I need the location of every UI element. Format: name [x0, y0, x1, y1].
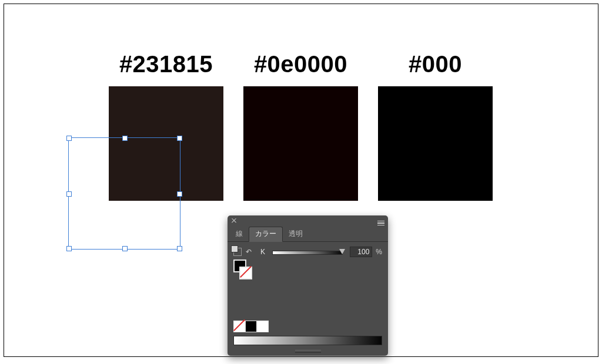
- tab-transparency[interactable]: 透明: [283, 227, 309, 241]
- k-slider-thumb[interactable]: [339, 249, 345, 254]
- fill-stroke-swap-icon[interactable]: [233, 248, 242, 256]
- swatch-2[interactable]: [243, 86, 358, 201]
- swatch-label-3: #000: [378, 51, 493, 77]
- k-slider[interactable]: [272, 248, 343, 255]
- k-channel-label: K: [260, 248, 265, 256]
- panel-tabs: 線 カラー 透明: [228, 228, 388, 242]
- k-slider-track: [272, 251, 343, 255]
- k-unit-label: %: [376, 248, 382, 256]
- panel-resize-handle[interactable]: [228, 350, 388, 356]
- handle-tl[interactable]: [66, 136, 72, 141]
- color-panel: 線 カラー 透明 ↶ K 100 %: [228, 215, 388, 356]
- selection-box[interactable]: [68, 137, 180, 250]
- panel-menu-icon[interactable]: [377, 221, 384, 226]
- mini-none-chip[interactable]: [233, 321, 245, 332]
- canvas-stage: #231815 #0e0000 #000 線 カラー 透明 ↶ K: [4, 4, 598, 357]
- stroke-chip-none[interactable]: [239, 267, 252, 279]
- mini-black-chip[interactable]: [245, 321, 257, 332]
- tab-color[interactable]: カラー: [249, 227, 283, 242]
- k-value-input[interactable]: 100: [350, 247, 372, 257]
- mini-white-chip[interactable]: [257, 321, 269, 332]
- swatch-label-1: #231815: [109, 51, 223, 77]
- swatch-label-2: #0e0000: [243, 51, 358, 77]
- handle-bc[interactable]: [122, 246, 128, 251]
- handle-ml[interactable]: [66, 191, 72, 197]
- swatch-3[interactable]: [378, 86, 493, 201]
- handle-mr[interactable]: [177, 191, 182, 197]
- last-color-icon[interactable]: ↶: [245, 248, 252, 256]
- handle-tc[interactable]: [122, 136, 128, 141]
- handle-bl[interactable]: [66, 246, 72, 251]
- handle-tr[interactable]: [177, 136, 182, 141]
- handle-br[interactable]: [177, 246, 182, 251]
- tab-stroke[interactable]: 線: [230, 227, 249, 241]
- grayscale-spectrum[interactable]: [233, 336, 382, 345]
- close-icon[interactable]: [231, 220, 237, 226]
